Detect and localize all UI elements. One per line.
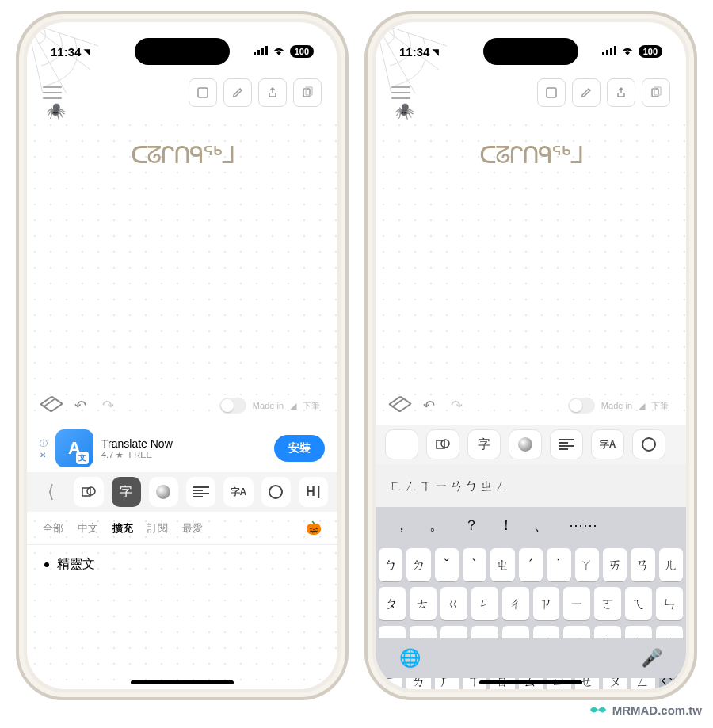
svg-rect-25 <box>397 442 398 444</box>
location-icon: ◥ <box>84 48 90 56</box>
undo-button[interactable]: ↶ <box>74 397 86 414</box>
candidate-bar[interactable]: ㄈㄥㄒㄧㄢㄅㄓㄥ <box>376 464 686 507</box>
tool-align[interactable] <box>186 477 215 507</box>
select-tool-button[interactable] <box>537 78 566 107</box>
tool-shape[interactable] <box>74 477 103 507</box>
key-ˋ[interactable]: ˋ <box>463 548 486 581</box>
svg-rect-21 <box>547 88 556 97</box>
select-tool-button[interactable] <box>189 78 217 107</box>
font-item-label[interactable]: 精靈文 <box>57 556 95 573</box>
svg-rect-14 <box>606 50 608 55</box>
sugg-4[interactable]: 、 <box>534 516 548 535</box>
share-button[interactable] <box>258 78 287 107</box>
tool-shape[interactable] <box>426 429 459 459</box>
made-in-pen-icon: ◢ <box>290 401 296 411</box>
svg-rect-8 <box>198 88 208 97</box>
key-ㄔ[interactable]: ㄔ <box>502 587 529 620</box>
tool-scroll-left[interactable]: ⟨ <box>36 477 66 507</box>
home-indicator[interactable] <box>479 680 582 684</box>
battery-pill: 100 <box>639 45 662 58</box>
install-button[interactable]: 安裝 <box>274 435 325 462</box>
key-ㄟ[interactable]: ㄟ <box>625 587 652 620</box>
tool-mixed[interactable]: 字A <box>591 429 624 459</box>
copy-button[interactable] <box>642 78 670 107</box>
cellular-icon <box>602 45 616 58</box>
key-ㄢ[interactable]: ㄢ <box>631 548 654 581</box>
ad-app-icon: A 文 <box>55 429 93 467</box>
edit-tool-button[interactable] <box>572 78 601 107</box>
svg-rect-2 <box>261 48 264 55</box>
sugg-2[interactable]: ？ <box>464 516 479 535</box>
sugg-3[interactable]: ！ <box>499 516 513 535</box>
cellular-icon <box>254 45 268 58</box>
key-ㄧ[interactable]: ㄧ <box>563 587 590 620</box>
made-in-toggle[interactable] <box>219 398 246 414</box>
tool-circle[interactable] <box>261 477 291 507</box>
svg-rect-28 <box>398 445 406 447</box>
undo-button[interactable]: ↶ <box>423 397 435 414</box>
key-ㄊ[interactable]: ㄊ <box>410 587 437 620</box>
menu-icon[interactable] <box>43 86 62 99</box>
tool-text-active[interactable]: 字 <box>112 477 141 507</box>
svg-point-30 <box>441 440 449 448</box>
sample-text: ᑕᘔᒋᑎᑫᖅᒧ <box>27 141 337 170</box>
pumpkin-icon[interactable]: 🎃 <box>306 520 322 536</box>
key-˙[interactable]: ˙ <box>547 548 570 581</box>
tool-color[interactable] <box>149 477 178 507</box>
key-ㄗ[interactable]: ㄗ <box>533 587 560 620</box>
phone-right: 11:34 ◥ 100 🕷️ <box>364 11 697 700</box>
font-tab-expand[interactable]: 擴充 <box>112 521 133 536</box>
home-indicator[interactable] <box>131 680 234 684</box>
tool-color[interactable] <box>509 429 542 459</box>
font-tab-all[interactable]: 全部 <box>43 521 63 536</box>
svg-rect-0 <box>254 52 256 55</box>
key-ㄚ[interactable]: ㄚ <box>575 548 599 581</box>
key-ㄣ[interactable]: ㄣ <box>656 587 683 620</box>
tool-h[interactable]: H| <box>299 477 328 507</box>
ad-info-icon[interactable]: ⓘ <box>40 438 48 449</box>
font-tab-zh[interactable]: 中文 <box>78 521 98 536</box>
tool-mixed[interactable]: 字A <box>223 477 253 507</box>
key-ㄍ[interactable]: ㄍ <box>440 587 467 620</box>
globe-icon[interactable]: 🌐 <box>399 648 421 669</box>
font-tab-fav[interactable]: 最愛 <box>182 521 203 536</box>
share-button[interactable] <box>607 78 635 107</box>
svg-rect-26 <box>400 442 402 444</box>
key-ㄐ[interactable]: ㄐ <box>471 587 498 620</box>
key-ㄉ[interactable]: ㄉ <box>406 548 430 581</box>
mic-icon[interactable]: 🎤 <box>641 648 662 669</box>
key-ㄅ[interactable]: ㄅ <box>379 548 402 581</box>
key-ˊ[interactable]: ˊ <box>519 548 543 581</box>
suggestion-row: ， 。 ？ ！ 、 ⋯⋯ <box>376 507 686 543</box>
key-ˇ[interactable]: ˇ <box>435 548 459 581</box>
sugg-0[interactable]: ， <box>395 516 409 535</box>
made-in-toggle[interactable] <box>568 398 595 414</box>
redo-button[interactable]: ↷ <box>102 397 114 414</box>
sugg-5[interactable]: ⋯⋯ <box>569 516 597 534</box>
redo-button[interactable]: ↷ <box>451 397 463 414</box>
copy-button[interactable] <box>293 78 322 107</box>
menu-icon[interactable] <box>391 86 410 99</box>
key-ㄓ[interactable]: ㄓ <box>490 548 514 581</box>
ad-close-icon[interactable]: ✕ <box>40 451 48 459</box>
ad-banner[interactable]: ⓘ ✕ A 文 Translate Now 4.7 ★ FREE 安裝 <box>27 425 337 472</box>
eraser-tool[interactable] <box>388 395 412 412</box>
font-tab-sub[interactable]: 訂閱 <box>147 521 168 536</box>
tool-text[interactable]: 字 <box>467 429 501 459</box>
tool-circle[interactable] <box>632 429 665 459</box>
tool-align[interactable] <box>550 429 583 459</box>
key-ㄞ[interactable]: ㄞ <box>603 548 627 581</box>
tool-keyboard-active[interactable] <box>385 429 418 459</box>
edit-tool-button[interactable] <box>223 78 252 107</box>
ad-title: Translate Now <box>101 437 266 450</box>
key-ㄆ[interactable]: ㄆ <box>379 587 406 620</box>
svg-rect-3 <box>265 46 268 55</box>
dynamic-island <box>483 38 578 65</box>
key-ㄦ[interactable]: ㄦ <box>659 548 683 581</box>
watermark: MRMAD.com.tw <box>589 703 702 717</box>
wifi-icon <box>273 45 285 58</box>
wifi-icon <box>621 45 634 58</box>
sugg-1[interactable]: 。 <box>429 516 444 535</box>
eraser-tool[interactable] <box>40 395 63 412</box>
key-ㄛ[interactable]: ㄛ <box>594 587 621 620</box>
